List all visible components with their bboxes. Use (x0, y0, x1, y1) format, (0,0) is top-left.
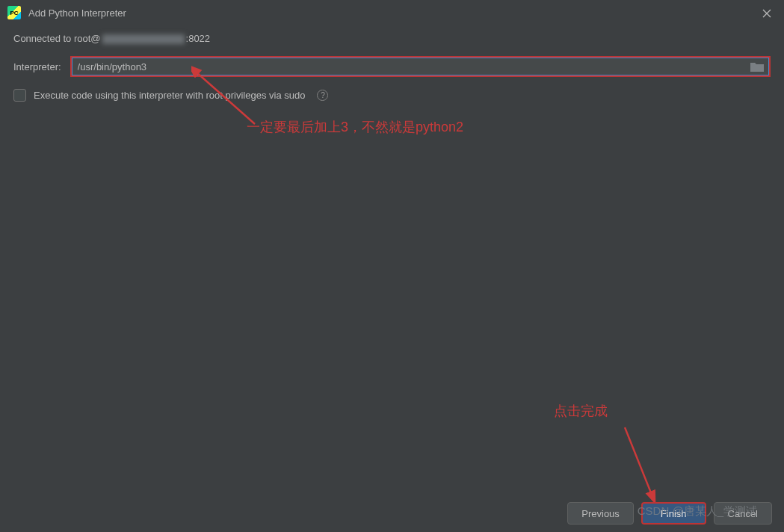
close-icon (762, 9, 771, 18)
sudo-row: Execute code using this interpreter with… (13, 89, 771, 102)
button-bar: Previous Finish Cancel (567, 502, 772, 525)
pycharm-icon: PC (7, 6, 21, 19)
annotation-arrow-2 (620, 423, 673, 505)
interpreter-input[interactable] (72, 61, 750, 72)
interpreter-label: Interpreter: (13, 61, 61, 72)
sudo-checkbox[interactable] (13, 89, 26, 102)
connection-status: Connected to root@:8022 (13, 33, 771, 44)
annotation-text-2: 点击完成 (554, 402, 608, 420)
connected-suffix: :8022 (186, 33, 211, 44)
browse-folder-icon[interactable] (750, 61, 765, 72)
dialog-title: Add Python Interpreter (28, 7, 126, 19)
help-icon[interactable]: ? (317, 90, 328, 101)
interpreter-row: Interpreter: (13, 56, 771, 77)
svg-line-1 (625, 427, 652, 495)
sudo-label: Execute code using this interpreter with… (34, 90, 305, 101)
previous-button[interactable]: Previous (567, 502, 634, 525)
cancel-button[interactable]: Cancel (714, 502, 772, 525)
finish-button[interactable]: Finish (641, 502, 706, 525)
connected-prefix: Connected to root@ (13, 33, 101, 44)
host-redacted (102, 34, 185, 44)
close-button[interactable] (756, 4, 778, 22)
annotation-text-1: 一定要最后加上3，不然就是python2 (247, 118, 463, 136)
dialog-content: Connected to root@:8022 Interpreter: Exe… (0, 25, 784, 102)
titlebar: PC Add Python Interpreter (0, 0, 784, 25)
interpreter-input-wrap (70, 56, 771, 77)
